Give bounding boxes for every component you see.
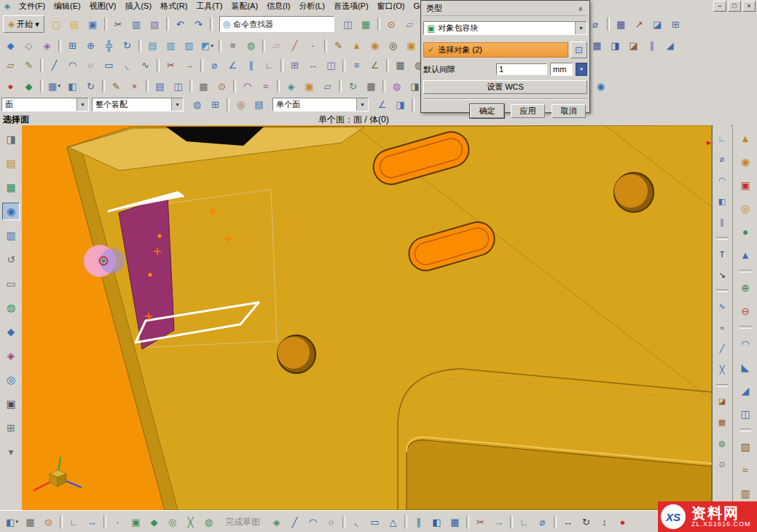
highlight-toggle-icon[interactable]: ◎ (232, 97, 249, 113)
unite-quick-icon[interactable]: ⊕ (737, 278, 755, 297)
curve-arc-icon[interactable]: ◠ (305, 514, 321, 531)
center-snap-icon[interactable]: ◎ (164, 514, 181, 531)
clearance-unit-combo[interactable]: mm (550, 63, 573, 76)
mirror-feature-icon[interactable]: ◨ (607, 37, 624, 54)
mesh-tool-icon[interactable]: ▦ (715, 415, 730, 430)
snap-angle-icon[interactable]: ∠ (374, 97, 391, 113)
create-sketch-icon[interactable]: ▱ (2, 57, 19, 74)
minimize-button-icon[interactable]: – (713, 1, 726, 12)
curve-circle-icon[interactable]: ○ (323, 514, 340, 531)
fit-view-icon[interactable]: ⊞ (64, 37, 81, 54)
edge-display-icon[interactable]: ≡ (224, 37, 241, 54)
drafting-app-icon[interactable]: ▱ (319, 78, 336, 95)
isometric-view-icon[interactable]: ◩▾ (199, 37, 216, 54)
extend-sketch-icon[interactable]: → (490, 514, 507, 531)
pan-view-icon[interactable]: ╬ (101, 37, 117, 54)
leader-note-icon[interactable]: ↘ (715, 267, 730, 283)
full-screen-icon[interactable]: ⊞ (667, 16, 684, 33)
sketch-task-icon[interactable]: ✎ (330, 37, 347, 54)
cylinder-quick-icon[interactable]: ◎ (737, 199, 755, 217)
render-style-icon[interactable]: ◍ (388, 78, 405, 95)
menu-item[interactable]: 插入(S) (120, 0, 156, 12)
gateway-app-icon[interactable]: ◈ (283, 78, 299, 95)
menu-item[interactable]: 信息(I) (262, 0, 294, 12)
notes-tab-icon[interactable]: ▭ (2, 275, 20, 292)
perpendicular-constraint-icon[interactable]: ∟ (261, 57, 278, 74)
offset-curve-icon[interactable]: ≈ (715, 320, 730, 335)
menu-item[interactable]: 首选项(P) (329, 0, 373, 12)
unit-dropdown-icon[interactable]: ▾ (576, 63, 587, 76)
assembly-navigator-tab-icon[interactable]: ▤ (2, 154, 20, 172)
named-views-icon[interactable]: ▦▾ (46, 78, 63, 95)
general-selection-icon[interactable]: ⊞ (207, 97, 224, 113)
transform-tool-icon[interactable]: ↗ (631, 16, 648, 33)
face-select-tab-icon[interactable]: ◉ (2, 203, 20, 220)
new-file-icon[interactable]: ▢ (48, 16, 65, 33)
curve-line-icon[interactable]: ╱ (286, 514, 303, 531)
assembly-add-icon[interactable]: ⊞ (286, 57, 303, 74)
angle-dimension-icon[interactable]: ∠ (224, 57, 241, 74)
thicken-quick-icon[interactable]: ▥ (737, 484, 755, 502)
constrain-sketch-icon[interactable]: ∟ (516, 514, 533, 531)
rule-filter-combo[interactable]: 单个面 ▼ (272, 98, 369, 112)
settings-tool-icon[interactable]: ⊙ (715, 457, 730, 472)
rotate-view-icon[interactable]: ↻ (119, 37, 136, 54)
constraint-navigator-tab-icon[interactable]: ▦ (2, 179, 20, 196)
arc-tool-icon[interactable]: ◠ (64, 57, 81, 74)
parallel-constraint-icon[interactable]: ∥ (243, 57, 259, 74)
extrude-quick-icon[interactable]: ▲ (737, 129, 755, 147)
modeling-app-icon[interactable]: ▣ (301, 78, 318, 95)
select-object-button[interactable]: ⊡ (570, 42, 587, 58)
direct-sketch-icon[interactable]: ✎ (20, 57, 37, 74)
start-menu-button[interactable]: ◈ 开始 ▾ (3, 15, 44, 33)
palette-tab-icon[interactable]: ◍ (2, 299, 20, 316)
patch-quick-icon[interactable]: ▧ (737, 437, 755, 455)
intersect-curve-icon[interactable]: ╳ (715, 362, 730, 378)
fillet-tool-icon[interactable]: ◟ (119, 57, 136, 74)
datum-display-icon[interactable]: ▱ (401, 16, 418, 33)
scale-sketch-icon[interactable]: ↕ (596, 514, 613, 531)
menu-item[interactable]: 编辑(E) (50, 0, 85, 12)
studio-view-icon[interactable]: ◈ (39, 37, 55, 54)
clearance-input[interactable] (496, 63, 547, 75)
close-button-icon[interactable]: × (742, 1, 756, 12)
viewport-3d[interactable] (22, 125, 713, 510)
snap-point-icon[interactable]: ⊙ (383, 16, 400, 33)
menu-item[interactable]: 工具(T) (192, 0, 227, 12)
pattern-tool-icon[interactable]: ▦ (613, 16, 629, 33)
expand-dock-icon[interactable]: ▾ (2, 443, 20, 461)
layer-settings-icon[interactable]: ▦ (392, 57, 409, 74)
offset-face-icon[interactable]: ∥ (643, 37, 660, 54)
mid-snap-icon[interactable]: ◆ (146, 514, 162, 531)
sphere-quick-icon[interactable]: ● (737, 222, 755, 240)
display-constraints-icon[interactable]: ∥ (715, 215, 730, 230)
make-symmetric-icon[interactable]: ◧ (715, 194, 730, 209)
face-analysis-icon[interactable]: ◍ (243, 37, 259, 54)
snap-settings-icon[interactable]: ⊙ (213, 78, 230, 95)
assembly-navigator-icon[interactable]: ◫ (170, 78, 187, 95)
apply-button[interactable]: 应用 (511, 104, 545, 118)
measure-distance-icon[interactable]: ≡ (348, 57, 365, 74)
block-quick-icon[interactable]: ▣ (737, 176, 755, 194)
shaded-view-icon[interactable]: ◆ (2, 37, 19, 54)
pattern-sketch-icon[interactable]: ▦ (447, 514, 463, 531)
reuse-library-tab-icon[interactable]: ▥ (2, 227, 20, 244)
quick-trim-icon[interactable]: ✂ (162, 57, 179, 74)
dimension-sketch-icon[interactable]: ⌀ (534, 514, 551, 531)
trim-body-icon[interactable]: ◪ (625, 37, 642, 54)
check-part-icon[interactable]: ◆ (20, 78, 37, 95)
shell-quick-icon[interactable]: ◫ (737, 404, 755, 423)
selection-filter-options-icon[interactable]: ◍ (189, 97, 205, 113)
redo-icon[interactable]: ↷ (190, 16, 207, 33)
copy-icon[interactable]: ▥ (128, 16, 145, 33)
finish-sketch-label[interactable]: 完成草图 (225, 516, 260, 528)
chevron-down-icon[interactable]: ▼ (575, 22, 587, 34)
touch-tab-icon[interactable]: ⊞ (2, 419, 20, 437)
dimension-quick-icon[interactable]: ⌀ (715, 152, 730, 167)
track-toggle-icon[interactable]: ↔ (84, 514, 101, 531)
rect-sketch-icon[interactable]: ▭ (366, 514, 383, 531)
sketch-exit-icon[interactable]: ◈ (268, 514, 285, 531)
extrude-tool-icon[interactable]: ▲ (348, 37, 365, 54)
circle-tool-icon[interactable]: ○ (82, 57, 99, 74)
revolve-quick-icon[interactable]: ◉ (737, 152, 755, 171)
